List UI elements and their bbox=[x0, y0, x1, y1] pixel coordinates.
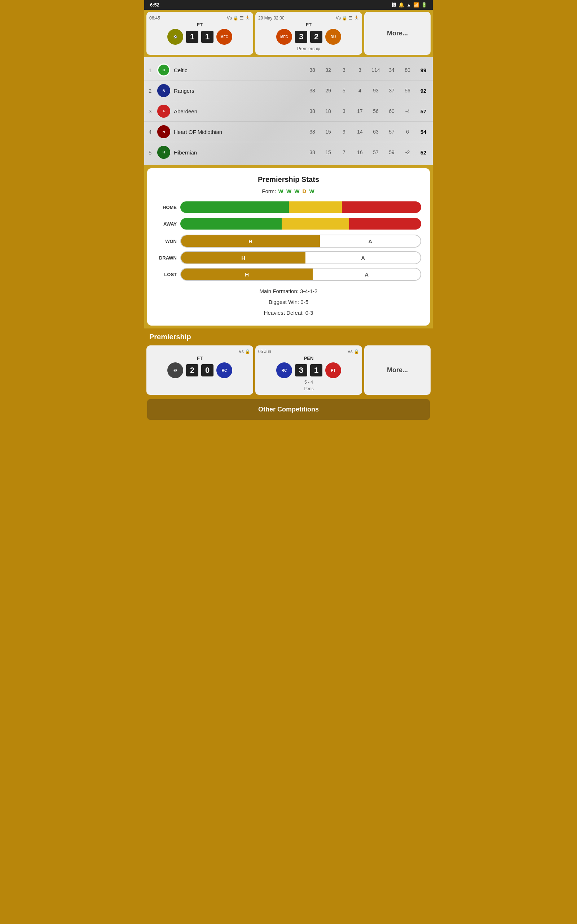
vs-icon: Vs 🔒 ☰ 🏃 bbox=[227, 16, 250, 21]
match-scores-1: ⚽ 1 1 MFC bbox=[167, 29, 232, 45]
l-rangers: 4 bbox=[355, 88, 365, 94]
lost-home: H bbox=[181, 268, 313, 280]
gf-aberdeen: 56 bbox=[371, 108, 381, 114]
ga-rangers: 37 bbox=[387, 88, 397, 94]
w-rangers: 29 bbox=[323, 88, 333, 94]
away-bar-green bbox=[180, 218, 282, 229]
away-logo-2: DU bbox=[325, 29, 341, 45]
bottom-match-row: Vs 🔒 FT ⚽ 2 0 RC 05 Jun Vs 🔒 PEN RC 3 1 … bbox=[144, 343, 433, 397]
match-ft-2: FT bbox=[306, 22, 311, 27]
pts-celtic: 99 bbox=[418, 67, 429, 73]
away-score-1: 1 bbox=[201, 31, 213, 43]
bottom-home-score-1: 2 bbox=[186, 364, 198, 376]
pos-5: 5 bbox=[148, 149, 157, 155]
away-score-2: 2 bbox=[310, 31, 322, 43]
pts-rangers: 92 bbox=[418, 88, 429, 94]
drawn-label: DRAWN bbox=[156, 255, 177, 261]
away-bar bbox=[180, 218, 421, 229]
lost-bar: H A bbox=[180, 268, 421, 281]
won-label: WON bbox=[156, 239, 177, 244]
lost-bar-row: LOST H A bbox=[156, 268, 421, 281]
status-icons: 🖼 🔔 ▲ 📶 🔋 bbox=[392, 2, 427, 8]
match-icons-2: Vs 🔒 ☰ 🏃 bbox=[336, 16, 359, 21]
match-meta-2: 29 May 02:00 Vs 🔒 ☰ 🏃 bbox=[258, 16, 359, 21]
home-bar-label: HOME bbox=[156, 205, 177, 210]
bottom-match-card-1[interactable]: Vs 🔒 FT ⚽ 2 0 RC bbox=[147, 346, 253, 395]
team-hibs: Hibernian bbox=[174, 149, 307, 155]
logo-hearts: H bbox=[157, 125, 170, 138]
main-formation: Main Formation: 3-4-1-2 bbox=[156, 286, 421, 297]
gf-rangers: 93 bbox=[371, 88, 381, 94]
home-logo-1: ⚽ bbox=[167, 29, 183, 45]
l-aberdeen: 17 bbox=[355, 108, 365, 114]
stats-rangers: 38 29 5 4 93 37 56 92 bbox=[307, 88, 429, 94]
match-icons-1: Vs 🔒 ☰ 🏃 bbox=[227, 16, 250, 21]
stats-hibs: 38 15 7 16 57 59 -2 52 bbox=[307, 149, 429, 155]
ga-celtic: 34 bbox=[387, 67, 397, 73]
home-bar-yellow bbox=[289, 201, 342, 213]
form-1: W bbox=[279, 188, 284, 194]
heaviest-defeat: Heaviest Defeat: 0-3 bbox=[156, 307, 421, 318]
premiership-section-label: Premiership bbox=[144, 328, 433, 343]
pos-3: 3 bbox=[148, 108, 157, 115]
team-hearts: Heart OF Midlothian bbox=[174, 129, 307, 135]
gd-hearts: 6 bbox=[403, 129, 413, 135]
gd-hibs: -2 bbox=[403, 149, 413, 155]
bottom-away-logo-1: RC bbox=[216, 362, 232, 378]
pts-hearts: 54 bbox=[418, 129, 429, 135]
drawn-bar-row: DRAWN H A bbox=[156, 251, 421, 264]
lost-label: LOST bbox=[156, 272, 177, 277]
stats-aberdeen: 38 18 3 17 56 60 -4 57 bbox=[307, 108, 429, 115]
gd-celtic: 80 bbox=[403, 67, 413, 73]
stats-section: Premiership Stats Form: W W W D W HOME A… bbox=[144, 165, 433, 328]
drawn-bar: H A bbox=[180, 251, 421, 264]
gd-rangers: 56 bbox=[403, 88, 413, 94]
won-away: A bbox=[320, 235, 421, 247]
bottom-match-ft-1: FT bbox=[197, 355, 203, 361]
more-label-bottom[interactable]: More... bbox=[387, 366, 408, 374]
stats-hearts: 38 15 9 14 63 57 6 54 bbox=[307, 129, 429, 135]
drawn-home: H bbox=[181, 252, 305, 263]
away-bar-label: AWAY bbox=[156, 221, 177, 227]
bottom-match-scores-1: ⚽ 2 0 RC bbox=[167, 362, 232, 378]
form-4: D bbox=[303, 188, 306, 194]
top-match-row: 06:45 Vs 🔒 ☰ 🏃 FT ⚽ 1 1 MFC 29 May 02:00… bbox=[144, 10, 433, 57]
logo-hibs: H bbox=[157, 146, 170, 159]
table-row-aberdeen[interactable]: 3 A Aberdeen 38 18 3 17 56 60 -4 57 bbox=[144, 101, 433, 122]
d-hibs: 7 bbox=[339, 149, 349, 155]
logo-rangers: R bbox=[157, 84, 170, 97]
match-meta-1: 06:45 Vs 🔒 ☰ 🏃 bbox=[149, 16, 250, 21]
match-card-2[interactable]: 29 May 02:00 Vs 🔒 ☰ 🏃 FT MFC 3 2 DU Prem… bbox=[255, 12, 362, 55]
p-aberdeen: 38 bbox=[307, 108, 318, 114]
home-bar-green bbox=[180, 201, 289, 213]
ga-hibs: 59 bbox=[387, 149, 397, 155]
match-card-1[interactable]: 06:45 Vs 🔒 ☰ 🏃 FT ⚽ 1 1 MFC bbox=[147, 12, 253, 55]
p-hearts: 38 bbox=[307, 129, 318, 135]
bottom-match-meta-1: Vs 🔒 bbox=[149, 349, 250, 354]
home-logo-2: MFC bbox=[276, 29, 292, 45]
more-label-top[interactable]: More... bbox=[387, 30, 408, 37]
table-row-hibs[interactable]: 5 H Hibernian 38 15 7 16 57 59 -2 52 bbox=[144, 142, 433, 162]
away-bar-row: AWAY bbox=[156, 218, 421, 229]
other-competitions-button[interactable]: Other Competitions bbox=[147, 399, 430, 420]
table-row-celtic[interactable]: 1 C Celtic 38 32 3 3 114 34 80 99 bbox=[144, 60, 433, 81]
away-logo-1: MFC bbox=[216, 29, 232, 45]
bottom-home-logo-2: RC bbox=[276, 362, 292, 378]
l-celtic: 3 bbox=[355, 67, 365, 73]
pts-aberdeen: 57 bbox=[418, 108, 429, 115]
bottom-match-card-2[interactable]: 05 Jun Vs 🔒 PEN RC 3 1 PT 5 - 4 Pens bbox=[255, 346, 362, 395]
bottom-away-score-1: 0 bbox=[201, 364, 213, 376]
more-card-top[interactable]: More... bbox=[364, 12, 430, 55]
form-label: Form: bbox=[262, 188, 277, 194]
wifi-icon: ▲ bbox=[406, 2, 411, 8]
w-celtic: 32 bbox=[323, 67, 333, 73]
home-bar-row: HOME bbox=[156, 201, 421, 213]
bottom-away-logo-2: PT bbox=[325, 362, 341, 378]
stats-title: Premiership Stats bbox=[156, 175, 421, 184]
table-row-rangers[interactable]: 2 R Rangers 38 29 5 4 93 37 56 92 bbox=[144, 81, 433, 101]
table-row-hearts[interactable]: 4 H Heart OF Midlothian 38 15 9 14 63 57… bbox=[144, 122, 433, 142]
pos-2: 2 bbox=[148, 88, 157, 94]
stats-card: Premiership Stats Form: W W W D W HOME A… bbox=[147, 168, 430, 326]
more-card-bottom[interactable]: More... bbox=[364, 346, 430, 395]
p-celtic: 38 bbox=[307, 67, 318, 73]
